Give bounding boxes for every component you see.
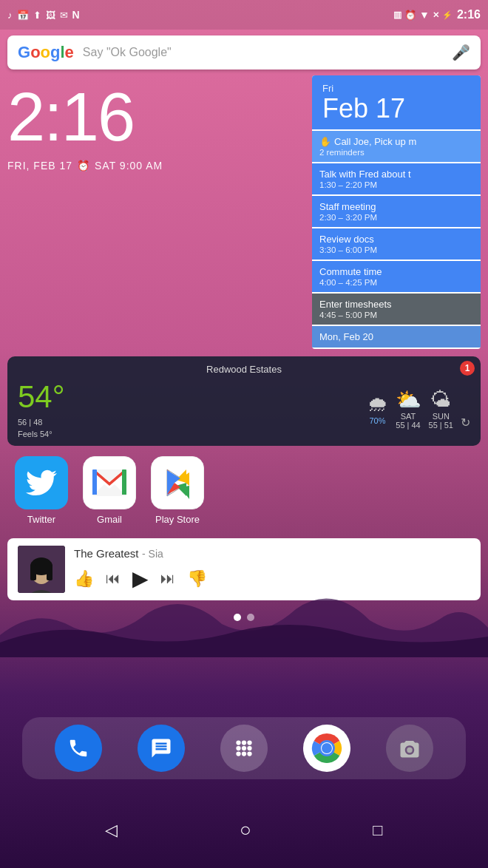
- music-separator: -: [142, 548, 149, 560]
- music-info: The Greatest - Sia 👍 ⏮ ▶ ⏭ 👎: [74, 547, 470, 591]
- app-twitter[interactable]: Twitter: [15, 456, 68, 525]
- weather-sat: ⛅ SAT 55 | 44: [396, 387, 421, 430]
- weather-forecast: 🌧 70% ⛅ SAT 55 | 44 🌤 SUN 55 | 51 ↻: [367, 387, 470, 430]
- main-content: 2:16 FRI, FEB 17 ⏰ SAT 9:00 AM Fri Feb 1…: [0, 75, 488, 349]
- app-icons-row: Twitter Gmail: [0, 446, 488, 535]
- playstore-label: Play Store: [155, 514, 200, 525]
- svg-point-18: [236, 740, 240, 745]
- music-note-icon: ♪: [7, 10, 13, 21]
- messages-icon: [150, 737, 172, 759]
- app-gmail[interactable]: Gmail: [83, 456, 136, 525]
- weather-alert-badge: 1: [460, 361, 475, 376]
- calendar-date: Feb 17: [322, 94, 470, 123]
- weather-main-row: 54° 56 | 48 Feels 54° 🌧 70% ⛅ SAT 55 | 4…: [18, 379, 470, 438]
- clock-widget: 2:16 FRI, FEB 17 ⏰ SAT 9:00 AM: [7, 75, 305, 349]
- gmail-label: Gmail: [97, 514, 122, 525]
- thumbs-down-button[interactable]: 👎: [187, 569, 207, 589]
- next-button[interactable]: ⏭: [160, 570, 175, 587]
- play-button[interactable]: ▶: [132, 566, 149, 591]
- music-artist: Sia: [149, 548, 163, 560]
- cal-event-4-title: Review docs: [319, 234, 473, 245]
- page-dot-2: [247, 614, 254, 621]
- vibrate-icon: ▥: [393, 10, 401, 20]
- calendar-event-6[interactable]: Enter timesheets 4:45 – 5:00 PM: [312, 294, 481, 325]
- weather-location: Redwood Estates: [18, 364, 470, 375]
- cal-event-5-title: Commute time: [319, 266, 473, 277]
- dock-chrome-button[interactable]: [303, 725, 350, 772]
- playstore-svg: [161, 467, 194, 499]
- calendar-event-7[interactable]: Mon, Feb 20: [312, 326, 481, 347]
- camera-icon: [399, 738, 421, 759]
- calendar-event-4[interactable]: Review docs 3:30 – 6:00 PM: [312, 228, 481, 260]
- calendar-event-2[interactable]: Talk with Fred about t 1:30 – 2:20 PM: [312, 163, 481, 194]
- cal-event-1-title: ✋Call Joe, Pick up m: [319, 136, 473, 147]
- svg-rect-3: [92, 469, 97, 495]
- music-title-row: The Greatest - Sia: [74, 547, 470, 560]
- nav-back-button[interactable]: ◁: [105, 821, 118, 840]
- cal-event-6-time: 4:45 – 5:00 PM: [319, 311, 473, 319]
- calendar-icon: 📅: [17, 10, 29, 21]
- cal-event-3-title: Staff meeting: [319, 201, 473, 212]
- calendar-event-1[interactable]: ✋Call Joe, Pick up m 2 reminders: [312, 131, 481, 162]
- music-player[interactable]: The Greatest - Sia 👍 ⏮ ▶ ⏭ 👎: [7, 538, 481, 600]
- apps-grid-icon: [233, 737, 255, 759]
- music-controls: 👍 ⏮ ▶ ⏭ 👎: [74, 566, 470, 591]
- page-indicators: [0, 603, 488, 631]
- svg-rect-4: [122, 469, 126, 495]
- weather-refresh[interactable]: ↻: [461, 416, 470, 430]
- clock-display: 2:16: [457, 8, 481, 21]
- phone-icon: [67, 737, 89, 759]
- image-icon: 🖼: [46, 10, 55, 21]
- calendar-widget[interactable]: Fri Feb 17 ✋Call Joe, Pick up m 2 remind…: [312, 75, 481, 349]
- album-art-svg: [18, 546, 65, 593]
- album-art: [18, 546, 65, 593]
- gmail-icon-bg: [83, 456, 136, 509]
- google-logo: Google: [18, 43, 74, 62]
- inbox-icon: ✉: [60, 10, 68, 21]
- svg-point-21: [236, 746, 240, 750]
- playstore-icon-bg: [151, 456, 204, 509]
- thumbs-up-button[interactable]: 👍: [74, 569, 94, 589]
- weather-sun: 🌤 SUN 55 | 51: [429, 387, 453, 430]
- app-playstore[interactable]: Play Store: [151, 456, 204, 525]
- battery-icon: ⚡: [442, 10, 453, 20]
- cal-event-4-time: 3:30 – 6:00 PM: [319, 245, 473, 254]
- dock-messages-button[interactable]: [138, 725, 185, 772]
- dock-camera-button[interactable]: [386, 725, 433, 772]
- alarm-clock-icon: ⏰: [404, 10, 416, 21]
- nav-home-button[interactable]: ○: [240, 818, 251, 841]
- svg-point-19: [242, 740, 246, 745]
- page-dot-1: [234, 614, 241, 621]
- clock-time: 2:16: [7, 83, 305, 151]
- cal-event-7-title: Mon, Feb 20: [319, 331, 473, 342]
- cal-event-2-title: Talk with Fred about t: [319, 169, 473, 180]
- status-icons-left: ♪ 📅 ⬆ 🖼 ✉ N: [7, 9, 80, 21]
- cal-event-5-time: 4:00 – 4:25 PM: [319, 278, 473, 287]
- alarm-icon: ⏰: [77, 160, 90, 172]
- weather-sun-hl: 55 | 51: [429, 421, 453, 430]
- calendar-day: Fri: [322, 83, 470, 94]
- calendar-event-5[interactable]: Commute time 4:00 – 4:25 PM: [312, 261, 481, 292]
- weather-temp: 54°: [18, 379, 65, 415]
- svg-point-30: [322, 743, 332, 753]
- clock-date-text: FRI, FEB 17: [7, 160, 72, 172]
- svg-point-25: [242, 751, 246, 756]
- clock-date: FRI, FEB 17 ⏰ SAT 9:00 AM: [7, 160, 305, 172]
- music-title: The Greatest: [74, 547, 139, 560]
- dock-phone-button[interactable]: [55, 725, 102, 772]
- svg-point-24: [236, 751, 240, 756]
- weather-widget[interactable]: 1 Redwood Estates 54° 56 | 48 Feels 54° …: [7, 356, 481, 446]
- cal-event-3-time: 2:30 – 3:20 PM: [319, 213, 473, 222]
- prev-button[interactable]: ⏮: [106, 570, 121, 587]
- mic-icon[interactable]: 🎤: [452, 44, 470, 61]
- cal-event-1-subtitle: 2 reminders: [319, 148, 473, 157]
- google-search-bar[interactable]: Google Say "Ok Google" 🎤: [7, 35, 481, 69]
- status-icons-right: ▥ ⏰ ▼ ✕ ⚡ 2:16: [393, 8, 481, 21]
- svg-rect-17: [33, 566, 50, 574]
- dock-apps-button[interactable]: [220, 725, 268, 772]
- search-placeholder: Say "Ok Google": [83, 46, 452, 59]
- svg-point-20: [247, 740, 251, 745]
- nav-recents-button[interactable]: □: [373, 821, 382, 840]
- dock: [22, 717, 466, 779]
- calendar-event-3[interactable]: Staff meeting 2:30 – 3:20 PM: [312, 196, 481, 227]
